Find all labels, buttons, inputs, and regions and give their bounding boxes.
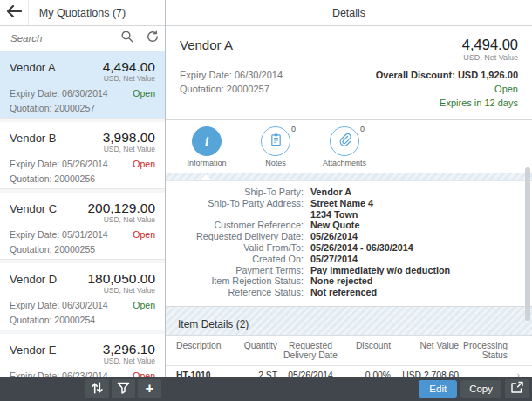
tab-attachments[interactable]: 0 Attachments <box>317 126 372 173</box>
field-label: Created On: <box>180 254 310 265</box>
field-label: Valid From/To: <box>180 242 310 254</box>
attachments-icon <box>338 133 351 150</box>
tab-label: Information <box>180 159 234 167</box>
col-net-value: Net Value <box>391 341 459 360</box>
master-panel: My Quotations (7) Vendor A4,494.00 USD, … <box>0 0 166 377</box>
item-details-section-title: Item Details (2) <box>166 315 532 336</box>
currency-label: USD, Net Value <box>10 215 155 224</box>
status-badge: Open <box>133 370 155 377</box>
detail-vendor-name: Vendor A <box>180 37 233 52</box>
field-label: Requested Delivery Date: <box>180 231 310 242</box>
footer-right-actions: Edit Copy <box>419 379 532 398</box>
expiry-date: Expiry Date: 05/26/2014 <box>10 159 108 169</box>
filter-icon <box>117 382 130 397</box>
quotation-number: Quotation: 20000254 <box>10 315 155 325</box>
detail-scrollbar[interactable] <box>525 167 530 321</box>
detail-panel: Details Vendor A4,494.00 USD, Net Value … <box>166 0 532 377</box>
refresh-button[interactable] <box>140 26 165 51</box>
list-item-vendor-b[interactable]: Vendor B3,998.00 USD, Net Value Expiry D… <box>0 122 165 189</box>
vendor-name: Vendor C <box>10 202 57 215</box>
field-label: Ship-To Party Address: <box>180 198 310 209</box>
information-form: Ship-To Party:Vendor A Ship-To Party Add… <box>166 181 532 307</box>
list-item-vendor-c[interactable]: Vendor C200,129.00 USD, Net Value Expiry… <box>0 193 165 260</box>
field-value: Not referenced <box>310 287 377 298</box>
currency-label: USD, Net Value <box>10 74 155 83</box>
detail-expiry-date: Expiry Date: 06/30/2014 <box>180 70 283 80</box>
field-value: 05/26/2014 <box>310 231 358 242</box>
object-header: Vendor A4,494.00 USD, Net Value Expiry D… <box>166 26 532 120</box>
net-value: 180,050.00 <box>87 271 155 287</box>
back-button[interactable] <box>0 0 29 25</box>
field-label: Item Rejection Status: <box>180 275 310 287</box>
edit-button[interactable]: Edit <box>419 380 457 398</box>
field-label: Payment Terms: <box>180 265 310 276</box>
footer-left-actions: + <box>0 379 166 398</box>
expiry-date: Expiry Date: 06/30/2014 <box>10 88 108 99</box>
col-quantity: Quantity <box>239 341 277 360</box>
section-gap <box>166 307 532 315</box>
field-label: Reference Status: <box>180 287 310 298</box>
net-value: 3,296.10 <box>103 342 155 357</box>
field-value: 05/26/2014 - 06/30/2014 <box>310 242 413 254</box>
vendor-name: Vendor D <box>10 273 57 286</box>
share-button[interactable] <box>505 379 529 398</box>
back-arrow-icon <box>6 5 22 21</box>
notes-icon <box>269 133 283 150</box>
search-input[interactable] <box>0 33 115 44</box>
field-value: Pay immediately w/o deduction <box>310 265 450 276</box>
field-value: Street Name 4 <box>310 198 373 209</box>
detail-net-value: 4,494.00 <box>462 37 518 53</box>
status-badge: Open <box>133 300 155 310</box>
list-item-vendor-e[interactable]: Vendor E3,296.10 USD, Net Value Expiry D… <box>0 334 165 377</box>
col-spacer <box>508 341 520 360</box>
field-label: Ship-To Party: <box>180 187 310 198</box>
icon-tab-bar: i Information 0 Notes 0 Attachments <box>166 120 532 173</box>
sort-button[interactable] <box>85 379 109 398</box>
field-value: 1234 Town <box>310 209 358 221</box>
quotation-number: Quotation: 20000256 <box>10 173 155 184</box>
field-value: Vendor A <box>310 187 351 198</box>
search-icon <box>120 30 134 47</box>
currency-label: USD, Net Value <box>10 145 155 153</box>
filter-button[interactable] <box>112 379 135 398</box>
master-header: My Quotations (7) <box>0 0 165 26</box>
detail-status: Open <box>494 84 518 94</box>
list-item-vendor-d[interactable]: Vendor D180,050.00 USD, Net Value Expiry… <box>0 263 165 330</box>
quotation-list: Vendor A4,494.00 USD, Net Value Expiry D… <box>0 51 165 377</box>
field-value: New Quote <box>310 220 359 231</box>
information-icon: i <box>205 134 208 149</box>
add-button[interactable]: + <box>138 379 161 398</box>
net-value: 4,494.00 <box>103 59 155 75</box>
field-value: None rejected <box>310 275 372 287</box>
search-button[interactable] <box>115 26 140 51</box>
refresh-icon <box>146 30 160 47</box>
tab-divider-band <box>166 173 532 181</box>
tab-information[interactable]: i Information <box>180 126 234 173</box>
status-badge: Open <box>133 229 155 240</box>
quotation-number: Quotation: 20000255 <box>10 244 155 255</box>
tab-label: Attachments <box>317 159 372 167</box>
quotation-number: Quotation: 20000257 <box>10 103 155 113</box>
vendor-name: Vendor B <box>10 132 57 145</box>
detail-currency-label: USD, Net Value <box>180 53 518 62</box>
col-processing-status: Processing Status <box>459 341 508 360</box>
list-item-vendor-a[interactable]: Vendor A4,494.00 USD, Net Value Expiry D… <box>0 51 165 119</box>
tab-badge: 0 <box>291 125 296 133</box>
col-discount: Discount <box>344 341 391 360</box>
expiry-date: Expiry Date: 06/23/2014 <box>10 370 108 377</box>
net-value: 200,129.00 <box>87 200 155 216</box>
vendor-name: Vendor E <box>10 343 57 357</box>
tab-badge: 0 <box>360 125 365 133</box>
sort-icon <box>91 382 104 397</box>
tab-notes[interactable]: 0 Notes <box>249 126 303 173</box>
expiry-date: Expiry Date: 06/30/2014 <box>10 300 108 310</box>
copy-button[interactable]: Copy <box>460 380 501 398</box>
col-requested-delivery-date: Requested Delivery Date <box>277 341 344 360</box>
status-badge: Open <box>133 88 155 99</box>
currency-label: USD, Net Value <box>10 286 155 295</box>
item-table-header: Description Quantity Requested Delivery … <box>166 336 532 366</box>
expires-in-label: Expires in 12 days <box>180 98 518 108</box>
share-icon <box>510 381 524 397</box>
field-label <box>180 209 310 221</box>
footer-toolbar: + Edit Copy <box>0 377 532 401</box>
